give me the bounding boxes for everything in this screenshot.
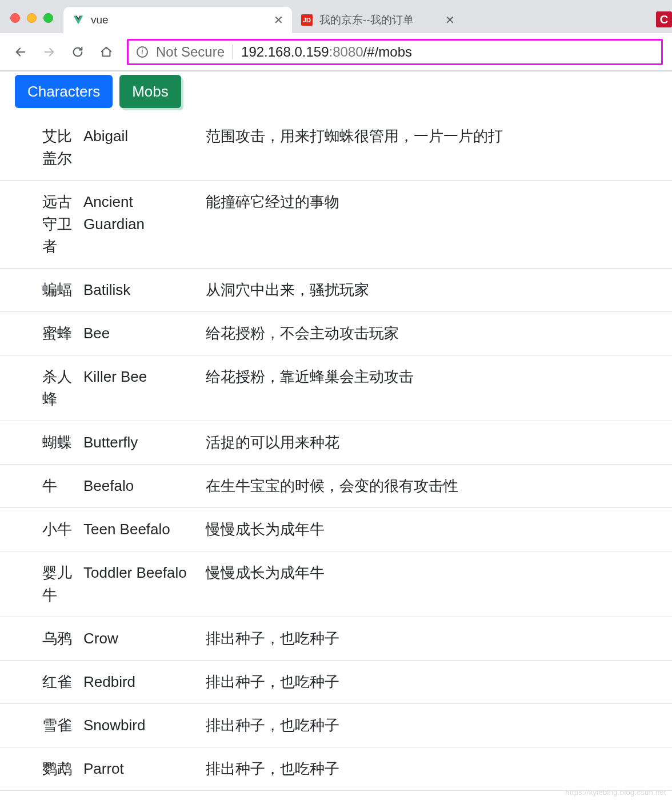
vue-favicon-icon <box>73 14 84 26</box>
mob-name-cn: 小牛 <box>42 518 82 541</box>
close-tab-icon[interactable]: ✕ <box>273 14 284 26</box>
site-info-icon[interactable]: i <box>137 46 148 58</box>
forward-button[interactable] <box>38 41 61 63</box>
mob-desc: 在生牛宝宝的时候，会变的很有攻击性 <box>197 475 672 497</box>
mob-name-en: Bee <box>82 322 197 345</box>
mob-name-cn: 杀人蜂 <box>42 366 82 410</box>
back-button[interactable] <box>9 41 32 63</box>
mob-desc: 排出种子，也吃种子 <box>197 627 672 650</box>
list-item: 婴儿牛Toddler Beefalo慢慢成长为成年牛 <box>0 551 672 617</box>
minimize-window-button[interactable] <box>27 13 37 23</box>
mob-name-cn: 蜜蜂 <box>42 322 82 345</box>
mob-name-cn: 雪雀 <box>42 714 82 737</box>
mob-name-cn: 艾比盖尔 <box>42 125 82 170</box>
list-item: 小牛Teen Beefalo慢慢成长为成年牛 <box>0 508 672 551</box>
mob-desc: 排出种子，也吃种子 <box>197 671 672 693</box>
mob-name-cn: 牛 <box>42 475 82 497</box>
mob-name-cn: 乌鸦 <box>42 627 82 650</box>
tab-mobs[interactable]: Mobs <box>119 75 181 108</box>
browser-tab-jd[interactable]: JD 我的京东--我的订单 ✕ <box>292 7 463 33</box>
mob-desc: 慢慢成长为成年牛 <box>197 518 672 541</box>
browser-tabs: vue ✕ JD 我的京东--我的订单 ✕ <box>63 0 463 33</box>
mob-name-en: Abigail <box>82 125 197 147</box>
tab-title: vue <box>91 14 266 26</box>
maximize-window-button[interactable] <box>43 13 53 23</box>
mob-desc: 从洞穴中出来，骚扰玩家 <box>197 279 672 301</box>
browser-chrome: vue ✕ JD 我的京东--我的订单 ✕ C i Not Secure <box>0 0 672 71</box>
close-tab-icon[interactable]: ✕ <box>444 14 455 26</box>
divider <box>233 45 233 59</box>
list-item: 艾比盖尔Abigail范围攻击，用来打蜘蛛很管用，一片一片的打 <box>0 115 672 181</box>
list-item: 蜜蜂Bee给花授粉，不会主动攻击玩家 <box>0 312 672 355</box>
mob-desc: 排出种子，也吃种子 <box>197 714 672 737</box>
address-bar[interactable]: i Not Secure 192.168.0.159:8080/#/mobs <box>127 39 663 65</box>
list-item: 远古守卫者Ancient Guardian能撞碎它经过的事物 <box>0 181 672 269</box>
extension-icon[interactable]: C <box>656 11 672 27</box>
url-host: 192.168.0.159 <box>241 44 329 59</box>
mobs-list: 艾比盖尔Abigail范围攻击，用来打蜘蛛很管用，一片一片的打远古守卫者Anci… <box>0 115 672 800</box>
mob-name-cn: 蝴蝶 <box>42 431 82 454</box>
mob-name-en: Ancient Guardian <box>82 191 197 235</box>
mob-name-cn: 远古守卫者 <box>42 191 82 258</box>
page-content: Characters Mobs 艾比盖尔Abigail范围攻击，用来打蜘蛛很管用… <box>0 71 672 800</box>
mob-desc: 给花授粉，不会主动攻击玩家 <box>197 322 672 345</box>
mob-name-en: Batilisk <box>82 279 197 301</box>
mob-desc: 活捉的可以用来种花 <box>197 431 672 454</box>
browser-toolbar: i Not Secure 192.168.0.159:8080/#/mobs <box>0 33 672 71</box>
mob-name-en: Toddler Beefalo <box>82 562 197 584</box>
mob-name-en: Butterfly <box>82 431 197 454</box>
mob-name-cn: 鹦鹉 <box>42 758 82 780</box>
list-item: 蝴蝶Butterfly活捉的可以用来种花 <box>0 421 672 465</box>
url-port: :8080 <box>329 44 363 59</box>
list-item: 杀人蜂Killer Bee给花授粉，靠近蜂巢会主动攻击 <box>0 355 672 421</box>
mob-name-en: Snowbird <box>82 714 197 737</box>
list-item: 蝙蝠Batilisk从洞穴中出来，骚扰玩家 <box>0 269 672 312</box>
mob-name-en: Beefalo <box>82 475 197 497</box>
mob-desc: 范围攻击，用来打蜘蛛很管用，一片一片的打 <box>197 125 672 147</box>
tab-characters[interactable]: Characters <box>15 75 113 108</box>
list-item: 乌鸦Crow排出种子，也吃种子 <box>0 617 672 661</box>
reload-button[interactable] <box>66 41 89 63</box>
mob-name-cn: 红雀 <box>42 671 82 693</box>
window-controls <box>10 13 53 23</box>
mob-name-en: Crow <box>82 627 197 650</box>
tab-title: 我的京东--我的订单 <box>319 13 437 27</box>
mob-name-en: Parrot <box>82 758 197 780</box>
mob-desc: 能撞碎它经过的事物 <box>197 191 672 213</box>
mob-desc: 排出种子，也吃种子 <box>197 758 672 780</box>
close-window-button[interactable] <box>10 13 20 23</box>
route-tabs: Characters Mobs <box>0 71 672 108</box>
mob-desc: 慢慢成长为成年牛 <box>197 562 672 584</box>
security-status: Not Secure <box>156 44 225 60</box>
list-item: 牛Beefalo在生牛宝宝的时候，会变的很有攻击性 <box>0 465 672 508</box>
list-item: 雪雀Snowbird排出种子，也吃种子 <box>0 704 672 747</box>
mob-name-en: Killer Bee <box>82 366 197 388</box>
url-path: /#/mobs <box>363 44 412 59</box>
home-button[interactable] <box>95 41 118 63</box>
mob-name-cn: 蝙蝠 <box>42 279 82 301</box>
mob-name-cn: 婴儿牛 <box>42 562 82 606</box>
jd-favicon-icon: JD <box>301 14 313 26</box>
list-item: 鹦鹉Parrot排出种子，也吃种子 <box>0 747 672 791</box>
titlebar: vue ✕ JD 我的京东--我的订单 ✕ C <box>0 0 672 33</box>
watermark: https://kylebing.blog.csdn.net <box>565 788 666 797</box>
browser-tab-vue[interactable]: vue ✕ <box>63 7 292 33</box>
url-text: 192.168.0.159:8080/#/mobs <box>241 44 412 60</box>
mob-desc: 给花授粉，靠近蜂巢会主动攻击 <box>197 366 672 388</box>
mob-name-en: Teen Beefalo <box>82 518 197 541</box>
list-item: 红雀Redbird排出种子，也吃种子 <box>0 661 672 704</box>
mob-name-en: Redbird <box>82 671 197 693</box>
